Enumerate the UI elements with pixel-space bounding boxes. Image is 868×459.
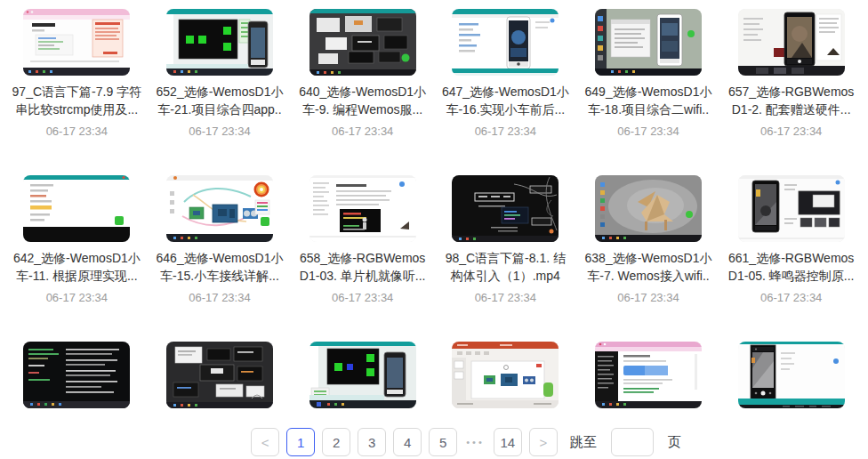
thumbnail-graphic-phone-doc-panel: [738, 175, 845, 242]
thumbnail-graphic-desktop-phone: [595, 9, 702, 76]
jump-to-label: 跳至: [570, 434, 597, 451]
pagination-bar: < 1 2 3 4 5 ••• 14 > 跳至 页: [0, 428, 868, 456]
video-card: [291, 342, 434, 408]
video-thumbnail[interactable]: [595, 175, 702, 242]
video-thumbnail[interactable]: [452, 342, 559, 408]
video-thumbnail[interactable]: [23, 175, 130, 242]
video-title[interactable]: 642_选修-WemosD1小 车-11. 根据原理实现...: [6, 249, 147, 285]
video-date: 06-17 23:34: [46, 291, 108, 304]
video-card: 97_C语言下篇-7.9 字符 串比较strcmp使用及... 06-17 23…: [5, 9, 149, 138]
video-date: 06-17 23:34: [760, 125, 822, 138]
video-date: 06-17 23:34: [189, 291, 250, 304]
page-button-3[interactable]: 3: [358, 428, 386, 456]
video-thumbnail[interactable]: [309, 175, 416, 242]
thumbnail-graphic-doc-code-panel: [309, 175, 416, 242]
video-thumbnail[interactable]: [166, 9, 273, 76]
pagination: < 1 2 3 4 5 ••• 14 > 跳至 页: [251, 428, 681, 456]
thumbnail-graphic-dark-windows: [309, 9, 416, 76]
page-button-14[interactable]: 14: [494, 428, 522, 456]
video-date: 06-17 23:34: [332, 125, 393, 138]
video-thumbnail[interactable]: [166, 175, 273, 242]
thumbnail-graphic-phone-photo-doc: [738, 9, 845, 76]
video-thumbnail[interactable]: [738, 9, 845, 76]
thumbnail-graphic-origami-desktop: [595, 175, 702, 242]
video-thumbnail[interactable]: [595, 342, 702, 408]
video-thumbnail[interactable]: [23, 9, 130, 76]
thumbnail-graphic-ide-green-squares: [166, 9, 273, 76]
video-date: 06-17 23:34: [332, 291, 393, 304]
video-thumbnail[interactable]: [309, 9, 416, 76]
thumbnail-graphic-pink-browser-code: [595, 342, 702, 408]
video-card: [577, 342, 720, 408]
page-unit-label: 页: [668, 434, 681, 451]
video-thumbnail[interactable]: [23, 342, 130, 408]
video-card: 647_选修-WemosD1小 车-16.实现小车前后... 06-17 23:…: [434, 9, 577, 138]
video-title[interactable]: 661_选修-RGBWemos D1-05. 蜂鸣器控制原...: [721, 249, 862, 285]
video-row-3: [0, 342, 868, 408]
video-card: [719, 342, 863, 408]
thumbnail-graphic-dark-multiwindow: [166, 342, 273, 408]
thumbnail-graphic-doc-pink: [23, 9, 130, 76]
video-title[interactable]: 646_选修-WemosD1小 车-15.小车接线详解...: [149, 249, 290, 285]
thumbnail-graphic-phone-camera-ide: [738, 342, 845, 408]
video-card: 646_选修-WemosD1小 车-15.小车接线详解... 06-17 23:…: [149, 175, 292, 304]
page-button-4[interactable]: 4: [393, 428, 422, 456]
video-card: 642_选修-WemosD1小 车-11. 根据原理实现... 06-17 23…: [5, 175, 149, 304]
video-title[interactable]: 97_C语言下篇-7.9 字符 串比较strcmp使用及...: [6, 83, 147, 118]
video-row-1: 97_C语言下篇-7.9 字符 串比较strcmp使用及... 06-17 23…: [0, 9, 868, 138]
video-thumbnail[interactable]: [738, 342, 845, 408]
video-title[interactable]: 649_选修-WemosD1小 车-18.项目综合二wifi..: [578, 83, 719, 118]
thumbnail-graphic-wiring-diagram: [166, 175, 273, 242]
thumbnail-graphic-ide-phone: [452, 9, 559, 76]
video-date: 06-17 23:34: [760, 291, 822, 304]
video-date: 06-17 23:34: [46, 125, 108, 138]
video-date: 06-17 23:34: [475, 291, 536, 304]
chevron-right-icon: >: [539, 435, 547, 450]
video-thumbnail[interactable]: [452, 9, 559, 76]
video-card: 638_选修-WemosD1小 车-7. Wemos接入wifi.. 06-17…: [577, 175, 720, 304]
chevron-left-icon: <: [261, 435, 269, 450]
page-button-2[interactable]: 2: [322, 428, 350, 456]
video-list-page: 97_C语言下篇-7.9 字符 串比较strcmp使用及... 06-17 23…: [0, 0, 868, 459]
page-button-1[interactable]: 1: [286, 428, 315, 456]
video-thumbnail[interactable]: [595, 9, 702, 76]
video-title[interactable]: 640_选修-WemosD1小 车-9. 编程Wemos服...: [293, 83, 433, 118]
jump-page-input[interactable]: [611, 428, 654, 456]
video-title[interactable]: 98_C语言下篇-8.1. 结 构体引入（1）.mp4: [435, 249, 575, 285]
video-title[interactable]: 652_选修-WemosD1小 车-21.项目综合四app..: [149, 83, 290, 118]
video-card: 658_选修-RGBWemos D1-03. 单片机就像听... 06-17 2…: [291, 175, 434, 304]
video-title[interactable]: 658_选修-RGBWemos D1-03. 单片机就像听...: [293, 249, 433, 285]
video-card: 98_C语言下篇-8.1. 结 构体引入（1）.mp4 06-17 23:34: [434, 175, 577, 304]
thumbnail-graphic-terminal: [23, 342, 130, 408]
video-date: 06-17 23:34: [617, 291, 679, 304]
thumbnail-graphic-ide-yellow-line: [23, 175, 130, 242]
page-button-5[interactable]: 5: [429, 428, 457, 456]
video-card: [5, 342, 149, 408]
video-date: 06-17 23:34: [617, 125, 679, 138]
thumbnail-graphic-ide-green-blue-squares: [309, 342, 416, 408]
video-date: 06-17 23:34: [189, 125, 250, 138]
video-thumbnail[interactable]: [452, 175, 559, 242]
video-thumbnail[interactable]: [738, 175, 845, 242]
video-card: 640_选修-WemosD1小 车-9. 编程Wemos服... 06-17 2…: [291, 9, 434, 138]
page-ellipsis[interactable]: •••: [464, 437, 486, 447]
video-card: 652_选修-WemosD1小 车-21.项目综合四app.. 06-17 23…: [149, 9, 292, 138]
video-thumbnail[interactable]: [166, 342, 273, 408]
video-date: 06-17 23:34: [475, 125, 536, 138]
video-thumbnail[interactable]: [309, 342, 416, 408]
video-card: [434, 342, 577, 408]
video-card: 661_选修-RGBWemos D1-05. 蜂鸣器控制原... 06-17 2…: [719, 175, 863, 304]
prev-page-button[interactable]: <: [251, 428, 279, 456]
video-row-2: 642_选修-WemosD1小 车-11. 根据原理实现... 06-17 23…: [0, 175, 868, 304]
thumbnail-graphic-powerpoint-slide: [452, 342, 559, 408]
video-title[interactable]: 647_选修-WemosD1小 车-16.实现小车前后...: [435, 83, 575, 118]
thumbnail-graphic-black-mindmap: [452, 175, 559, 242]
video-title[interactable]: 638_选修-WemosD1小 车-7. Wemos接入wifi..: [578, 249, 719, 285]
video-card: 649_选修-WemosD1小 车-18.项目综合二wifi.. 06-17 2…: [577, 9, 720, 138]
video-card: [149, 342, 292, 408]
video-card: 657_选修-RGBWemos D1-2. 配套赠送硬件... 06-17 23…: [719, 9, 863, 138]
video-title[interactable]: 657_选修-RGBWemos D1-2. 配套赠送硬件...: [721, 83, 862, 118]
next-page-button[interactable]: >: [529, 428, 558, 456]
